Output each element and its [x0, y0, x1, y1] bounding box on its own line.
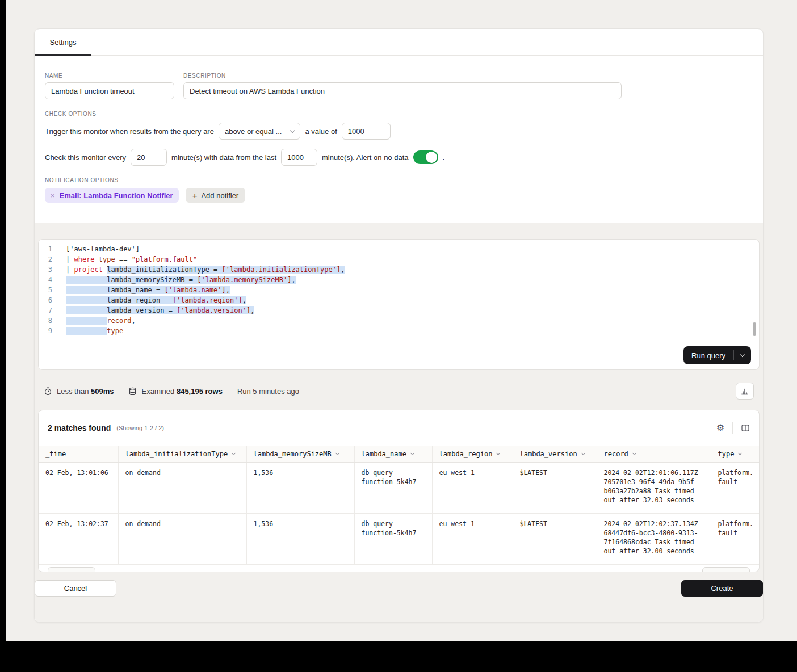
- line-number: 4: [39, 275, 52, 285]
- chevron-down-icon: [496, 451, 500, 455]
- trigger-text-1: Trigger this monitor when results from t…: [45, 127, 214, 136]
- code-line[interactable]: 3| project lambda_initializationType = […: [39, 264, 759, 275]
- chevron-down-icon: [632, 451, 636, 455]
- threshold-input[interactable]: [342, 123, 391, 140]
- notification-options-label: NOTIFICATION OPTIONS: [45, 177, 753, 183]
- pagination-previous-button[interactable]: [48, 567, 95, 572]
- column-label: lambda_initializationType: [125, 450, 228, 458]
- notifier-chip[interactable]: × Email: Lambda Function Notifier: [45, 188, 179, 203]
- column-label: lambda_version: [520, 450, 577, 458]
- column-header-lambda_name[interactable]: lambda_name: [354, 446, 432, 463]
- code-text: lambda_memorySizeMB = ['lambda.memorySiz…: [66, 275, 759, 285]
- examined-text: Examined 845,195 rows: [141, 387, 222, 396]
- run-query-dropdown-chevron[interactable]: [734, 346, 751, 364]
- column-header-lambda_memorySizeMB[interactable]: lambda_memorySizeMB: [246, 446, 354, 463]
- table-cell: on-demand: [118, 463, 246, 514]
- alert-no-data-toggle[interactable]: [413, 150, 438, 164]
- code-line[interactable]: 1['aws-lambda-dev']: [39, 244, 759, 254]
- results-header: 2 matches found (Showing 1-2 / 2) ⚙: [39, 410, 759, 446]
- name-input[interactable]: [45, 82, 174, 99]
- query-section: 1['aws-lambda-dev']2| where type == "pla…: [35, 223, 763, 622]
- column-label: _time: [45, 450, 66, 458]
- chevron-down-icon: [581, 451, 585, 455]
- code-text: record,: [66, 316, 759, 326]
- trigger-text-2: a value of: [305, 127, 337, 136]
- create-button[interactable]: Create: [681, 580, 763, 597]
- showing-range: (Showing 1-2 / 2): [116, 425, 164, 431]
- monitor-editor-card: Settings NAME DESCRIPTION CHECK OPTIONS …: [34, 28, 764, 623]
- stopwatch-icon: [44, 387, 52, 396]
- desktop-background: Settings NAME DESCRIPTION CHECK OPTIONS …: [6, 0, 797, 641]
- plus-icon: +: [192, 191, 198, 200]
- code-line[interactable]: 6 lambda_region = ['lambda.region'],: [39, 295, 759, 305]
- settings-form: NAME DESCRIPTION CHECK OPTIONS Trigger t…: [35, 56, 763, 223]
- results-table: _timelambda_initializationTypelambda_mem…: [39, 446, 760, 565]
- add-notifier-button[interactable]: + Add notifier: [186, 188, 246, 203]
- check-text-3: minute(s). Alert on no data: [322, 153, 408, 162]
- check-frequency-row: Check this monitor every minute(s) with …: [45, 149, 753, 166]
- table-cell: eu-west-1: [432, 514, 513, 565]
- query-stats-row: Less than 509ms Examined 845,195 rows Ru…: [44, 383, 754, 400]
- column-header-lambda_initializationType[interactable]: lambda_initializationType: [118, 446, 246, 463]
- column-header-record[interactable]: record: [597, 446, 711, 463]
- add-notifier-label: Add notifier: [201, 191, 238, 200]
- results-table-body: 02 Feb, 13:01:06on-demand1,536db-query-f…: [39, 463, 760, 565]
- code-line[interactable]: 9 type: [39, 326, 759, 336]
- line-number: 2: [39, 254, 52, 264]
- code-line[interactable]: 2| where type == "platform.fault": [39, 254, 759, 264]
- table-cell: 1,536: [246, 514, 354, 565]
- line-number: 7: [39, 305, 52, 316]
- chevron-down-icon: [335, 451, 339, 455]
- line-number: 8: [39, 316, 52, 326]
- code-line[interactable]: 5 lambda_name = ['lambda.name'],: [39, 285, 759, 295]
- check-text-4: .: [443, 153, 445, 162]
- comparison-select[interactable]: above or equal ...: [219, 123, 300, 140]
- results-table-header: _timelambda_initializationTypelambda_mem…: [39, 446, 760, 463]
- table-columns-icon[interactable]: [741, 423, 750, 432]
- column-header-type[interactable]: type: [711, 446, 760, 463]
- chevron-down-icon: [410, 451, 414, 455]
- column-header-lambda_region[interactable]: lambda_region: [432, 446, 513, 463]
- chevron-down-icon: [740, 352, 745, 356]
- interval-input[interactable]: [131, 149, 167, 166]
- description-input[interactable]: [183, 82, 622, 99]
- chart-view-button[interactable]: [736, 383, 754, 400]
- range-input[interactable]: [281, 149, 317, 166]
- table-cell: platform.fault: [711, 463, 760, 514]
- remove-notifier-icon[interactable]: ×: [51, 191, 55, 200]
- code-line[interactable]: 4 lambda_memorySizeMB = ['lambda.memoryS…: [39, 275, 759, 285]
- table-row[interactable]: 02 Feb, 13:02:37on-demand1,536db-query-f…: [39, 514, 760, 565]
- chevron-down-icon: [738, 451, 742, 455]
- column-label: record: [604, 450, 628, 458]
- run-query-button[interactable]: Run query: [683, 346, 751, 364]
- table-cell: $LATEST: [513, 514, 597, 565]
- gear-icon[interactable]: ⚙: [716, 423, 724, 432]
- code-line[interactable]: 8 record,: [39, 316, 759, 326]
- notifier-chip-label: Email: Lambda Function Notifier: [60, 191, 173, 200]
- line-number: 1: [39, 244, 52, 254]
- column-header-_time[interactable]: _time: [39, 446, 118, 463]
- code-line[interactable]: 7 lambda_version = ['lambda.version'],: [39, 305, 759, 316]
- table-cell: on-demand: [118, 514, 246, 565]
- tab-settings[interactable]: Settings: [35, 29, 91, 55]
- cancel-button[interactable]: Cancel: [35, 580, 116, 597]
- database-icon: [128, 387, 137, 396]
- editor-scrollbar-thumb[interactable]: [753, 322, 756, 336]
- pagination-next-button[interactable]: [702, 567, 750, 572]
- trigger-condition-row: Trigger this monitor when results from t…: [45, 123, 753, 140]
- notifier-chips-row: × Email: Lambda Function Notifier + Add …: [45, 188, 753, 223]
- column-header-lambda_version[interactable]: lambda_version: [513, 446, 597, 463]
- line-number: 6: [39, 295, 52, 305]
- query-editor[interactable]: 1['aws-lambda-dev']2| where type == "pla…: [39, 240, 759, 341]
- table-cell: db-query-function-5k4h7: [354, 463, 432, 514]
- last-run-stat: Run 5 minutes ago: [237, 387, 299, 396]
- matches-count: 2 matches found: [48, 423, 111, 432]
- code-lines: 1['aws-lambda-dev']2| where type == "pla…: [39, 244, 759, 336]
- table-cell: 2024-02-02T12:01:06.117Z 705701e3-96f4-4…: [597, 463, 711, 514]
- check-text-2: minute(s) with data from the last: [171, 153, 276, 162]
- code-text: type: [66, 326, 759, 336]
- chevron-down-icon: [290, 128, 295, 132]
- table-row[interactable]: 02 Feb, 13:01:06on-demand1,536db-query-f…: [39, 463, 760, 514]
- tab-bar: Settings: [35, 29, 763, 56]
- code-text: lambda_name = ['lambda.name'],: [66, 285, 759, 295]
